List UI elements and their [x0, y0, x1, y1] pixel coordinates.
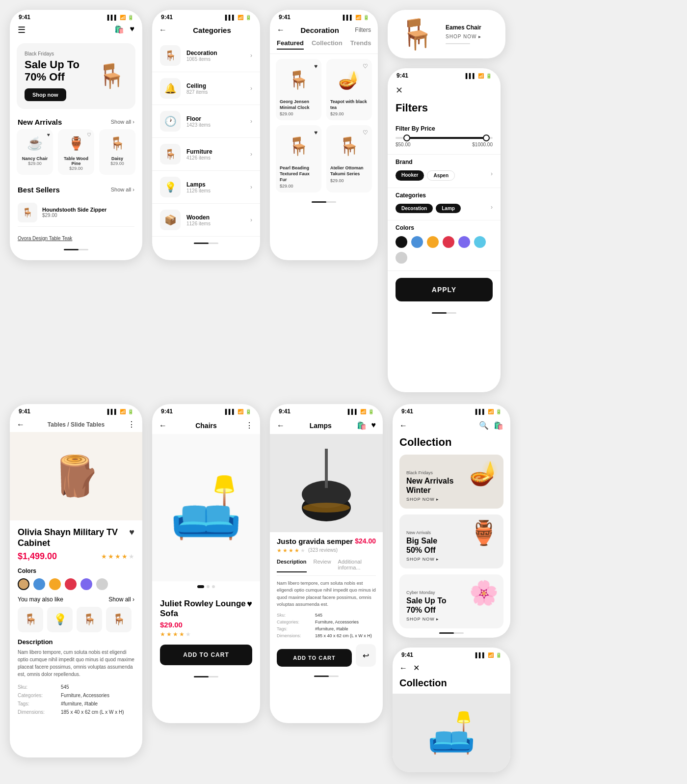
cab-color-tan[interactable]: [18, 578, 29, 590]
dot-3[interactable]: [212, 585, 215, 588]
tab-trends[interactable]: Trends: [350, 39, 371, 50]
heart-icon-2[interactable]: ♡: [87, 132, 91, 137]
share-button[interactable]: ↩: [356, 644, 376, 667]
coll-card-link-1[interactable]: SHOP NOW ▸: [406, 497, 453, 502]
coll-card-1[interactable]: Black Fridays New ArrivalsWinter SHOP NO…: [399, 455, 503, 509]
dot-1[interactable]: [197, 585, 204, 588]
bestseller-item-1[interactable]: 🪑 Houndstooth Side Zipper $29.00: [18, 199, 134, 227]
spec-tags: Tags: #furniture, #table: [18, 700, 134, 708]
spec-val-tags: #furniture, #table: [61, 701, 98, 706]
cabinet-heart[interactable]: ♥: [129, 527, 134, 538]
shop-now-link[interactable]: SHOP NOW ▸: [446, 34, 481, 39]
arrival-card-1[interactable]: ♥ ☕ Nancy Chair $29.00: [17, 129, 53, 175]
back-button-6[interactable]: ←: [159, 421, 167, 430]
cab-color-purple[interactable]: [80, 578, 92, 590]
back-button-5[interactable]: ←: [17, 420, 25, 429]
cart-icon-7[interactable]: 🛍️: [357, 421, 367, 430]
prod-card-4[interactable]: ♡ 🪑 Atelier Ottoman Takumi Series $29.00: [326, 125, 372, 192]
category-decoration[interactable]: 🪑 Decoration 1065 items ›: [152, 39, 260, 72]
category-furniture[interactable]: 🪑 Furniture 4126 items ›: [152, 138, 260, 171]
signal-icon-7: ▌▌▌: [348, 409, 358, 414]
may-item-2[interactable]: 💡: [47, 607, 73, 632]
arrival-card-3[interactable]: 🪑 Daisy $29.00: [99, 129, 135, 175]
cat-arrow-filter[interactable]: ›: [491, 204, 493, 213]
price-thumb-right[interactable]: [483, 135, 490, 141]
color-dot-cyan[interactable]: [474, 236, 486, 248]
close-button[interactable]: ✕: [396, 85, 403, 96]
category-wooden[interactable]: 📦 Wooden 1126 items ›: [152, 204, 260, 237]
tab-featured[interactable]: Featured: [277, 39, 304, 50]
cab-color-orange[interactable]: [49, 578, 61, 590]
cab-color-blue[interactable]: [33, 578, 45, 590]
search-icon-10[interactable]: 🔍: [479, 421, 489, 430]
may-item-3[interactable]: 🪑: [77, 607, 102, 632]
category-ceiling[interactable]: 🔔 Ceiling 827 items ›: [152, 72, 260, 105]
cat-chip-decoration[interactable]: Decoration: [396, 204, 433, 213]
bestseller-link[interactable]: Ovora Design Table Teak: [10, 232, 142, 245]
wooden-icon: 📦: [160, 210, 181, 230]
category-lamps[interactable]: 💡 Lamps 1126 items ›: [152, 171, 260, 204]
you-may-show-all[interactable]: Show all ›: [108, 596, 134, 603]
color-dot-blue[interactable]: [411, 236, 423, 248]
cart-icon-10[interactable]: 🛍️: [494, 421, 503, 430]
price-thumb-left[interactable]: [403, 135, 410, 141]
add-to-cart-button-7[interactable]: ADD TO CART: [277, 649, 352, 667]
color-dot-purple[interactable]: [458, 236, 470, 248]
fav-icon[interactable]: ♥: [130, 25, 135, 35]
back-button-2[interactable]: ←: [159, 26, 167, 34]
price-slider-fill: [405, 137, 488, 139]
coll-card-2[interactable]: New Arrivals Big Sale50% Off SHOP NOW ▸ …: [399, 514, 503, 568]
price-slider[interactable]: [396, 137, 493, 139]
cab-color-gray[interactable]: [96, 578, 108, 590]
heart-btn-4[interactable]: ♡: [363, 129, 368, 136]
back-button-3[interactable]: ←: [277, 26, 285, 34]
brand-arrow[interactable]: ›: [491, 170, 493, 181]
lamp-spec-dim: Dimensions: 185 x 40 x 62 cm (L x W x H): [277, 632, 376, 639]
lamp-spec-val-sku: 545: [315, 613, 322, 618]
more-icon[interactable]: ⋮: [128, 420, 135, 429]
coll-card-3[interactable]: Cyber Monday Sale Up To70% Off SHOP NOW …: [399, 574, 503, 628]
lamp-tab-additional[interactable]: Additional informa...: [338, 559, 376, 572]
prod-card-1[interactable]: ♥ 🪑 Georg Jensen Minimal Clock $29.00: [276, 59, 321, 120]
color-dot-red[interactable]: [443, 236, 454, 248]
sofa-heart[interactable]: ♥: [247, 599, 252, 609]
tab-collection[interactable]: Collection: [312, 39, 343, 50]
cabinet-desc-section: Description Nam libero tempore, cum solu…: [18, 638, 134, 716]
apply-button[interactable]: APPLY: [396, 278, 493, 301]
prod-card-2[interactable]: ♡ 🪔 Teapot with black tea $29.00: [326, 59, 372, 120]
arrival-card-2[interactable]: ♡ 🏺 Table Wood Pine $29.00: [58, 129, 94, 175]
menu-icon[interactable]: ☰: [18, 25, 26, 35]
cart-icon[interactable]: 🛍️: [114, 25, 124, 35]
heart-btn-2[interactable]: ♡: [363, 63, 368, 70]
fav-icon-7[interactable]: ♥: [371, 421, 376, 430]
category-floor[interactable]: 🕐 Floor 1423 items ›: [152, 105, 260, 138]
brand-hooker[interactable]: Hooker: [396, 170, 424, 181]
cat-chip-lamp[interactable]: Lamp: [436, 204, 461, 213]
best-sellers-show-all[interactable]: Show all ›: [111, 187, 134, 192]
cab-color-red[interactable]: [65, 578, 77, 590]
color-dot-gray[interactable]: [396, 252, 407, 264]
coll-card-link-3[interactable]: SHOP NOW ▸: [406, 617, 447, 622]
new-arrivals-show-all[interactable]: Show all ›: [111, 119, 134, 125]
lamp-tab-description[interactable]: Description: [277, 559, 307, 572]
lamp-tab-review[interactable]: Review: [314, 559, 331, 572]
brand-aspen[interactable]: Aspen: [427, 170, 455, 181]
back-button-7[interactable]: ←: [277, 421, 285, 430]
back-button-11[interactable]: ←: [399, 664, 407, 673]
heart-btn-3[interactable]: ♥: [314, 129, 317, 136]
color-dot-orange[interactable]: [427, 236, 439, 248]
color-dot-black[interactable]: [396, 236, 407, 248]
add-to-cart-button-6[interactable]: ADD TO CART: [160, 645, 252, 665]
back-button-10[interactable]: ←: [399, 421, 407, 430]
filters-link[interactable]: Filters: [355, 27, 371, 33]
may-item-4[interactable]: 🪑: [106, 607, 132, 632]
heart-btn-1[interactable]: ♥: [314, 63, 317, 70]
shop-now-button[interactable]: Shop now: [25, 88, 66, 101]
prod-card-3[interactable]: ♥ 🪑 Pearl Beading Textured Faux Fur $29.…: [276, 125, 321, 192]
coll-card-link-2[interactable]: SHOP NOW ▸: [406, 557, 439, 562]
close-icon-11[interactable]: ✕: [413, 663, 420, 673]
may-item-1[interactable]: 🪑: [18, 607, 43, 632]
heart-icon-1[interactable]: ♥: [47, 132, 50, 137]
dot-2[interactable]: [207, 585, 210, 588]
chairs-more-icon[interactable]: ⋮: [245, 421, 253, 430]
